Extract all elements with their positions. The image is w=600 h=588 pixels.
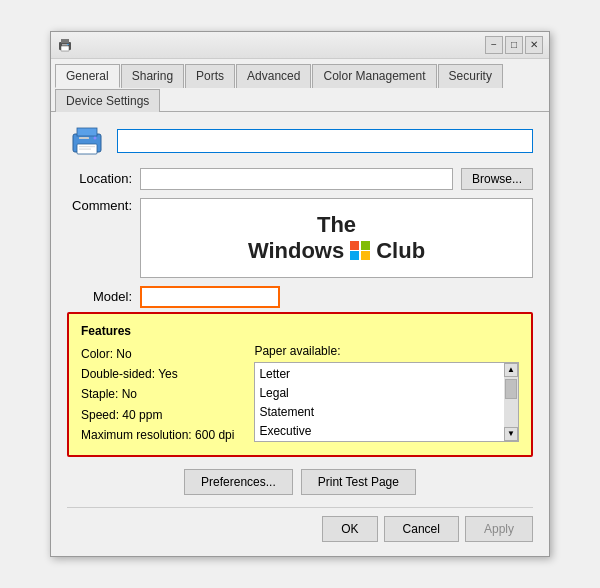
printer-icon (67, 124, 107, 158)
svg-rect-6 (77, 128, 97, 136)
comment-the: The (248, 212, 425, 238)
tab-advanced[interactable]: Advanced (236, 64, 311, 88)
svg-rect-11 (79, 148, 91, 149)
svg-rect-3 (62, 44, 68, 46)
paper-scrollbar[interactable]: ▲ ▼ (504, 363, 518, 441)
title-bar: − □ ✕ (51, 32, 549, 59)
printer-title-icon (57, 37, 73, 53)
location-input[interactable] (140, 168, 453, 190)
printer-icon-box (67, 124, 107, 158)
tab-general[interactable]: General (55, 64, 120, 88)
feature-resolution: Maximum resolution: 600 dpi (81, 425, 234, 445)
paper-item-legal: Legal (259, 384, 514, 403)
comment-windows: Windows (248, 238, 344, 264)
minimize-button[interactable]: − (485, 36, 503, 54)
close-button[interactable]: ✕ (525, 36, 543, 54)
svg-point-4 (67, 43, 69, 45)
model-row: Model: (67, 286, 533, 308)
action-buttons: Preferences... Print Test Page (67, 469, 533, 495)
title-bar-controls: − □ ✕ (485, 36, 543, 54)
features-title: Features (81, 324, 519, 338)
paper-item-statement: Statement (259, 403, 514, 422)
model-input[interactable] (140, 286, 280, 308)
comment-watermark: The Windows Club (248, 212, 425, 264)
paper-section: Paper available: Letter Legal Statement … (254, 344, 519, 446)
browse-button[interactable]: Browse... (461, 168, 533, 190)
printer-name-input[interactable] (117, 129, 533, 153)
features-list: Color: No Double-sided: Yes Staple: No S… (81, 344, 234, 446)
svg-rect-2 (61, 46, 69, 51)
paper-item-letter: Letter (259, 365, 514, 384)
svg-rect-10 (79, 146, 95, 147)
tab-sharing[interactable]: Sharing (121, 64, 184, 88)
features-content: Color: No Double-sided: Yes Staple: No S… (81, 344, 519, 446)
ok-button[interactable]: OK (322, 516, 377, 542)
scroll-up-button[interactable]: ▲ (504, 363, 518, 377)
main-content: Location: Browse... Comment: The Windows (51, 112, 549, 557)
tab-color-management[interactable]: Color Management (312, 64, 436, 88)
tab-bar: General Sharing Ports Advanced Color Man… (51, 59, 549, 112)
feature-double-sided: Double-sided: Yes (81, 364, 234, 384)
printer-properties-dialog: − □ ✕ General Sharing Ports Advanced Col… (50, 31, 550, 558)
preferences-button[interactable]: Preferences... (184, 469, 293, 495)
comment-row: Comment: The Windows Club (67, 198, 533, 278)
paper-list: Letter Legal Statement Executive A3 (255, 363, 518, 442)
tab-device-settings[interactable]: Device Settings (55, 89, 160, 112)
tab-ports[interactable]: Ports (185, 64, 235, 88)
title-bar-left (57, 37, 73, 53)
maximize-button[interactable]: □ (505, 36, 523, 54)
dialog-buttons: OK Cancel Apply (67, 507, 533, 544)
comment-club: Club (376, 238, 425, 264)
feature-color: Color: No (81, 344, 234, 364)
location-label: Location: (67, 171, 132, 186)
paper-label: Paper available: (254, 344, 519, 358)
svg-rect-8 (79, 137, 89, 139)
printer-name-row (67, 124, 533, 158)
print-test-page-button[interactable]: Print Test Page (301, 469, 416, 495)
paper-list-wrapper: Letter Legal Statement Executive A3 ▲ ▼ (254, 362, 519, 442)
scroll-down-button[interactable]: ▼ (504, 427, 518, 441)
comment-label: Comment: (67, 198, 132, 213)
comment-box: The Windows Club (140, 198, 533, 278)
svg-point-9 (94, 136, 97, 139)
model-label: Model: (67, 289, 132, 304)
tab-security[interactable]: Security (438, 64, 503, 88)
cancel-button[interactable]: Cancel (384, 516, 459, 542)
feature-speed: Speed: 40 ppm (81, 405, 234, 425)
svg-rect-1 (61, 39, 69, 43)
scroll-thumb[interactable] (505, 379, 517, 399)
features-section: Features Color: No Double-sided: Yes Sta… (67, 312, 533, 458)
location-row: Location: Browse... (67, 168, 533, 190)
paper-item-executive: Executive (259, 422, 514, 441)
feature-staple: Staple: No (81, 384, 234, 404)
windows-logo-icon (350, 241, 370, 261)
apply-button[interactable]: Apply (465, 516, 533, 542)
